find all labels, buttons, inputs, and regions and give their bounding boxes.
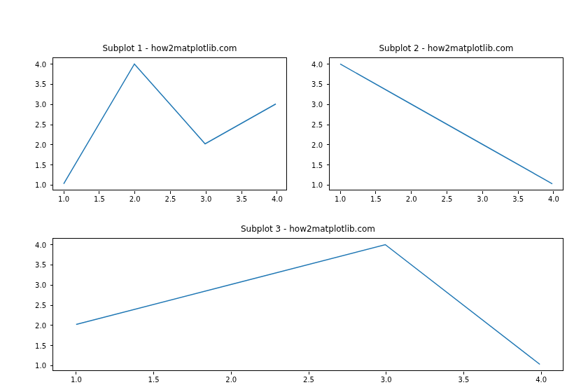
ytick-mark bbox=[50, 325, 53, 326]
ytick-label: 1.0 bbox=[35, 362, 46, 370]
ytick-mark bbox=[327, 104, 330, 105]
ytick-label: 2.5 bbox=[35, 121, 46, 129]
xtick-label: 2.5 bbox=[442, 195, 453, 203]
xtick-label: 1.5 bbox=[148, 376, 160, 384]
ytick-label: 3.0 bbox=[35, 101, 46, 108]
xtick-mark bbox=[134, 191, 135, 194]
subplot-1-plot-area: 1.01.52.02.53.03.54.01.01.52.02.53.03.54… bbox=[52, 57, 287, 190]
xtick-mark bbox=[541, 372, 542, 374]
xtick-label: 1.5 bbox=[94, 195, 105, 203]
ytick-label: 1.5 bbox=[312, 161, 323, 169]
ytick-label: 2.0 bbox=[35, 321, 46, 329]
xtick-mark bbox=[231, 372, 232, 374]
ytick-mark bbox=[50, 244, 53, 245]
xtick-label: 2.0 bbox=[225, 376, 237, 384]
ytick-label: 3.0 bbox=[312, 101, 323, 108]
ytick-mark bbox=[327, 185, 330, 186]
ytick-label: 1.5 bbox=[35, 342, 46, 349]
ytick-mark bbox=[50, 164, 53, 165]
ytick-mark bbox=[50, 144, 53, 145]
ytick-label: 4.0 bbox=[35, 241, 46, 248]
ytick-mark bbox=[327, 144, 330, 145]
ytick-mark bbox=[327, 84, 330, 85]
xtick-label: 4.0 bbox=[272, 195, 283, 203]
ytick-label: 4.0 bbox=[35, 60, 46, 68]
xtick-mark bbox=[386, 372, 386, 374]
ytick-mark bbox=[50, 64, 53, 64]
subplot-3: Subplot 3 - how2matplotlib.com 1.01.52.0… bbox=[52, 238, 564, 371]
xtick-mark bbox=[411, 191, 412, 194]
ytick-label: 1.0 bbox=[312, 181, 323, 189]
xtick-mark bbox=[553, 191, 554, 194]
xtick-label: 4.0 bbox=[536, 376, 547, 384]
subplot-1: Subplot 1 - how2matplotlib.com 1.01.52.0… bbox=[52, 57, 287, 190]
xtick-label: 4.0 bbox=[548, 195, 559, 203]
subplot-1-line bbox=[53, 58, 286, 190]
xtick-mark bbox=[170, 191, 171, 194]
xtick-label: 2.0 bbox=[130, 195, 141, 203]
ytick-label: 2.5 bbox=[35, 302, 46, 309]
xtick-label: 1.5 bbox=[370, 195, 382, 203]
subplot-2: Subplot 2 - how2matplotlib.com 1.01.52.0… bbox=[329, 57, 564, 190]
xtick-mark bbox=[482, 191, 483, 194]
ytick-label: 3.5 bbox=[35, 261, 46, 269]
xtick-label: 3.0 bbox=[477, 195, 488, 203]
subplot-2-title: Subplot 2 - how2matplotlib.com bbox=[329, 43, 564, 53]
subplot-1-title: Subplot 1 - how2matplotlib.com bbox=[52, 43, 287, 53]
xtick-mark bbox=[518, 191, 519, 194]
xtick-label: 1.0 bbox=[58, 195, 69, 203]
ytick-label: 1.5 bbox=[35, 161, 46, 169]
ytick-mark bbox=[327, 164, 330, 165]
ytick-mark bbox=[50, 84, 53, 85]
xtick-label: 3.5 bbox=[512, 195, 524, 203]
ytick-label: 4.0 bbox=[312, 60, 323, 68]
xtick-mark bbox=[463, 372, 464, 374]
xtick-label: 2.0 bbox=[406, 195, 417, 203]
xtick-mark bbox=[375, 191, 376, 194]
xtick-label: 3.5 bbox=[458, 376, 469, 384]
xtick-label: 2.5 bbox=[303, 376, 314, 384]
xtick-mark bbox=[99, 191, 99, 194]
ytick-mark bbox=[50, 104, 53, 105]
subplot-3-title: Subplot 3 - how2matplotlib.com bbox=[52, 224, 564, 234]
xtick-label: 1.0 bbox=[71, 376, 82, 384]
ytick-label: 3.5 bbox=[35, 80, 46, 88]
xtick-label: 1.0 bbox=[335, 195, 346, 203]
xtick-label: 3.5 bbox=[236, 195, 247, 203]
ytick-mark bbox=[327, 125, 330, 125]
xtick-label: 3.0 bbox=[381, 376, 392, 384]
xtick-mark bbox=[309, 372, 309, 374]
figure: Subplot 1 - how2matplotlib.com 1.01.52.0… bbox=[0, 0, 588, 392]
ytick-mark bbox=[50, 345, 53, 346]
xtick-mark bbox=[153, 372, 154, 374]
ytick-label: 2.0 bbox=[312, 141, 323, 148]
xtick-mark bbox=[76, 372, 76, 374]
xtick-mark bbox=[206, 191, 206, 194]
ytick-mark bbox=[327, 64, 330, 64]
xtick-mark bbox=[241, 191, 242, 194]
xtick-mark bbox=[64, 191, 64, 194]
ytick-label: 2.5 bbox=[312, 121, 323, 129]
ytick-mark bbox=[50, 265, 53, 265]
ytick-mark bbox=[50, 285, 53, 286]
ytick-label: 1.0 bbox=[35, 181, 46, 189]
xtick-mark bbox=[340, 191, 341, 194]
xtick-label: 3.0 bbox=[200, 195, 211, 203]
xtick-mark bbox=[276, 191, 277, 194]
ytick-mark bbox=[50, 365, 53, 366]
ytick-mark bbox=[50, 305, 53, 306]
xtick-mark bbox=[447, 191, 447, 194]
ytick-label: 3.5 bbox=[312, 80, 323, 88]
ytick-label: 2.0 bbox=[35, 141, 46, 148]
ytick-mark bbox=[50, 185, 53, 186]
xtick-label: 2.5 bbox=[165, 195, 176, 203]
subplot-2-plot-area: 1.01.52.02.53.03.54.01.01.52.02.53.03.54… bbox=[329, 57, 564, 190]
ytick-label: 3.0 bbox=[35, 281, 46, 289]
subplot-2-line bbox=[330, 58, 563, 190]
subplot-3-line bbox=[53, 239, 563, 370]
subplot-3-plot-area: 1.01.52.02.53.03.54.01.01.52.02.53.03.54… bbox=[52, 238, 564, 371]
ytick-mark bbox=[50, 125, 53, 125]
